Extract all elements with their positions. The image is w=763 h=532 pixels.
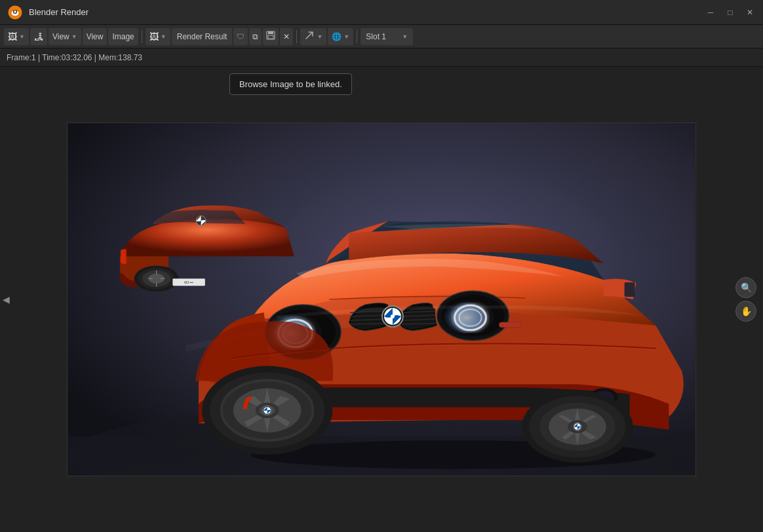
close-button[interactable]: ✕ <box>745 7 755 18</box>
view-icon-button[interactable]: 🏞 <box>30 28 47 45</box>
tooltip-browse-image: Browse Image to be linked. <box>229 73 352 95</box>
shield-button[interactable]: 🛡 <box>233 28 248 45</box>
toolbar-separator-2 <box>296 30 297 43</box>
browse-icon: 🖼 <box>149 32 159 41</box>
svg-rect-4 <box>14 9 16 10</box>
status-bar: Frame:1 | Time:03:32.06 | Mem:138.73 <box>0 48 763 67</box>
nav-button[interactable]: ▼ <box>300 28 326 45</box>
svg-rect-76 <box>499 322 522 328</box>
maximize-button[interactable]: □ <box>725 7 735 18</box>
render-image: M3 ••• <box>68 123 695 476</box>
render-canvas: M3 ••• <box>67 123 696 476</box>
blender-logo-icon <box>8 5 22 20</box>
shield-icon: 🛡 <box>237 32 245 41</box>
copy-icon: ⧉ <box>252 32 258 41</box>
hand-tool-button[interactable]: ✋ <box>735 301 756 322</box>
render-result-label: Render Result <box>177 32 227 41</box>
save-button[interactable] <box>263 28 279 45</box>
svg-line-30 <box>351 324 387 324</box>
toolbar-separator-3 <box>357 30 357 43</box>
main-render-area: Browse Image to be linked. ◀ <box>0 67 763 532</box>
slot-button[interactable]: Slot 1 ▼ <box>361 28 413 45</box>
svg-rect-7 <box>268 35 273 39</box>
svg-point-3 <box>14 10 16 13</box>
close-image-button[interactable]: ✕ <box>280 28 293 45</box>
image-editor-icon: 🖼 <box>8 32 17 41</box>
svg-text:M3 •••: M3 ••• <box>184 281 193 284</box>
title-bar: Blender Render ─ □ ✕ <box>0 0 763 25</box>
view-menu-button[interactable]: View ▼ <box>49 28 81 45</box>
editor-type-button[interactable]: 🖼 ▼ <box>4 28 29 45</box>
browse-image-button[interactable]: 🖼 ▼ <box>146 28 170 45</box>
right-toolbar: 🔍 ✋ <box>735 277 756 322</box>
globe-icon: 🌐 <box>332 32 342 41</box>
svg-rect-75 <box>625 282 635 297</box>
svg-rect-6 <box>268 31 273 34</box>
render-result-button[interactable]: Render Result <box>172 28 233 45</box>
toolbar-separator-1 <box>142 30 142 43</box>
main-toolbar: 🖼 ▼ 🏞 View ▼ View Image 🖼 ▼ Render Resul… <box>0 25 763 48</box>
image-menu-button[interactable]: Image <box>108 28 138 45</box>
zoom-icon: 🔍 <box>741 282 752 293</box>
view-image-icon: 🏞 <box>34 32 43 41</box>
minimize-button[interactable]: ─ <box>705 7 716 18</box>
zoom-button[interactable]: 🔍 <box>735 277 756 298</box>
view-button-2[interactable]: View <box>83 28 108 45</box>
copy-button[interactable]: ⧉ <box>249 28 262 45</box>
window-controls: ─ □ ✕ <box>705 7 755 18</box>
globe-button[interactable]: 🌐 ▼ <box>328 28 353 45</box>
scroll-left-arrow[interactable]: ◀ <box>0 292 12 307</box>
nav-icon <box>304 30 315 43</box>
save-icon <box>266 31 275 42</box>
hand-icon: ✋ <box>741 306 752 316</box>
window-title: Blender Render <box>29 7 699 17</box>
svg-point-37 <box>391 314 395 318</box>
close-image-icon: ✕ <box>283 32 290 41</box>
svg-line-34 <box>402 324 435 324</box>
status-text: Frame:1 | Time:03:32.06 | Mem:138.73 <box>7 53 142 62</box>
slot-label: Slot 1 <box>366 32 386 41</box>
